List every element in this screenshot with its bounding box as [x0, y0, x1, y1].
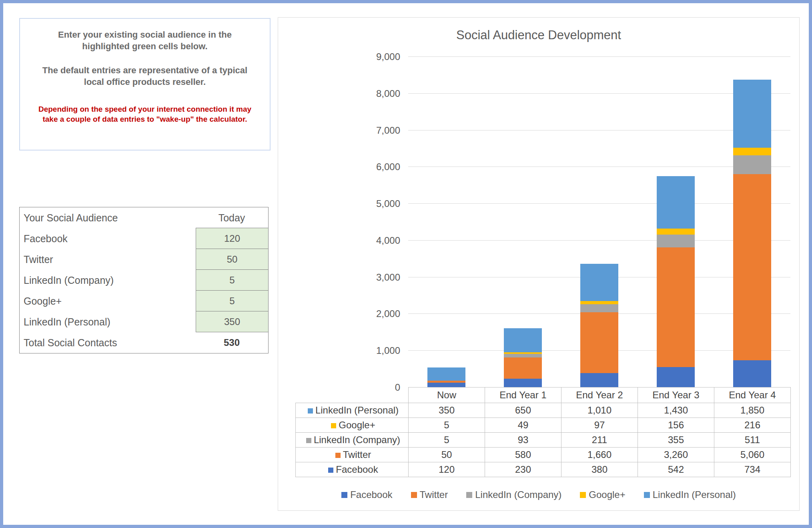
chart-table-value-cell: 1,010 — [561, 403, 638, 418]
chart-table-value-cell: 1,660 — [561, 448, 638, 462]
y-axis-tick-label: 6,000 — [348, 161, 400, 173]
chart-panel: Social Audience Development 9,0008,0007,… — [278, 17, 800, 511]
chart-table-row: LinkedIn (Company)593211355511 — [296, 433, 791, 448]
chart-table-row: Google+54997156216 — [296, 418, 791, 433]
audience-row: Twitter50 — [20, 249, 268, 270]
social-audience-table: Your Social Audience Today Facebook120Tw… — [19, 207, 269, 353]
audience-row: Facebook120 — [20, 228, 268, 249]
series-swatch-icon — [331, 423, 336, 428]
stacked-bar-end-year-2 — [580, 264, 618, 387]
audience-row: Google+5 — [20, 291, 268, 311]
legend-swatch-icon — [466, 492, 472, 498]
legend-item-linkedin-company-: LinkedIn (Company) — [466, 489, 561, 500]
legend-item-linkedin-personal-: LinkedIn (Personal) — [644, 489, 736, 500]
audience-input-cell[interactable]: 120 — [196, 228, 269, 249]
legend-item-twitter: Twitter — [411, 489, 448, 500]
chart-table-column-header: End Year 1 — [485, 387, 561, 403]
y-axis-tick-label: 2,000 — [348, 308, 400, 319]
chart-table-value-cell: 1,430 — [638, 403, 714, 418]
y-axis-tick-label: 8,000 — [348, 88, 400, 99]
legend-label: Twitter — [420, 489, 448, 500]
chart-table-value-cell: 5,060 — [714, 448, 791, 462]
audience-row-label: Facebook — [20, 228, 196, 249]
audience-table-rows: Facebook120Twitter50LinkedIn (Company)5G… — [20, 228, 268, 332]
legend-swatch-icon — [341, 492, 347, 498]
chart-table-corner-cell — [296, 387, 409, 403]
bar-segment-linkedin-company- — [504, 354, 542, 357]
calculator-page: Enter your existing social audience in t… — [0, 0, 812, 528]
legend-swatch-icon — [580, 492, 586, 498]
legend-swatch-icon — [411, 492, 417, 498]
instruction-box: Enter your existing social audience in t… — [19, 18, 271, 151]
audience-row-label: LinkedIn (Personal) — [20, 311, 196, 332]
bar-segment-linkedin-personal- — [504, 328, 542, 352]
legend-label: LinkedIn (Personal) — [653, 489, 736, 500]
chart-table-value-cell: 1,850 — [714, 403, 791, 418]
y-axis-tick-label: 9,000 — [348, 51, 400, 62]
stacked-bar-end-year-3 — [657, 176, 695, 387]
audience-input-cell[interactable]: 5 — [196, 269, 269, 291]
chart-table-value-cell: 355 — [638, 433, 714, 448]
audience-input-cell[interactable]: 350 — [196, 311, 269, 332]
audience-total-value: 530 — [195, 332, 268, 353]
chart-table-row-label: LinkedIn (Company) — [296, 433, 409, 448]
chart-table-row-label: Facebook — [296, 462, 409, 477]
stacked-bar-end-year-1 — [504, 328, 542, 387]
y-axis-tick-label: 7,000 — [348, 125, 400, 136]
chart-table-value-cell: 97 — [561, 418, 638, 433]
bar-segment-facebook — [657, 367, 695, 387]
bar-segment-linkedin-personal- — [580, 264, 618, 301]
chart-table-value-cell: 50 — [409, 448, 485, 462]
stacked-bar-now — [427, 367, 465, 387]
chart-table-value-cell: 216 — [714, 418, 791, 433]
bar-segment-twitter — [657, 247, 695, 367]
legend-swatch-icon — [644, 492, 650, 498]
stacked-bar-end-year-4 — [733, 80, 771, 387]
audience-total-label: Total Social Contacts — [20, 332, 195, 353]
y-axis-tick-label: 4,000 — [348, 235, 400, 246]
chart-table-value-cell: 542 — [638, 462, 714, 477]
bar-segment-google- — [580, 301, 618, 305]
instruction-warning: Depending on the speed of your internet … — [33, 104, 257, 124]
chart-table-value-cell: 93 — [485, 433, 561, 448]
chart-table-row: Facebook120230380542734 — [296, 462, 791, 477]
chart-table-value-cell: 380 — [561, 462, 638, 477]
series-swatch-icon — [328, 468, 333, 473]
chart-table-value-cell: 230 — [485, 462, 561, 477]
bar-segment-linkedin-company- — [657, 235, 695, 248]
chart-table-row-label: Google+ — [296, 418, 409, 433]
bar-segment-linkedin-company- — [580, 304, 618, 312]
chart-gridline: 9,000 — [408, 56, 790, 57]
chart-table-header-row: NowEnd Year 1End Year 2End Year 3End Yea… — [296, 387, 791, 403]
audience-total-row: Total Social Contacts 530 — [20, 332, 268, 353]
legend-item-facebook: Facebook — [341, 489, 392, 500]
y-axis-tick-label: 3,000 — [348, 272, 400, 283]
bar-segment-google- — [657, 229, 695, 234]
bar-segment-facebook — [427, 383, 465, 387]
audience-table-header-row: Your Social Audience Today — [20, 207, 268, 228]
legend-label: LinkedIn (Company) — [475, 489, 561, 500]
audience-input-cell[interactable]: 5 — [196, 290, 269, 311]
series-swatch-icon — [335, 453, 341, 458]
chart-table-value-cell: 49 — [485, 418, 561, 433]
chart-table-value-cell: 580 — [485, 448, 561, 462]
chart-table-value-cell: 120 — [409, 462, 485, 477]
bar-segment-facebook — [733, 360, 771, 387]
series-swatch-icon — [308, 408, 313, 414]
series-swatch-icon — [306, 438, 311, 443]
chart-table-row-label: LinkedIn (Personal) — [296, 403, 409, 418]
audience-input-cell[interactable]: 50 — [196, 249, 269, 270]
chart-table-value-cell: 5 — [409, 433, 485, 448]
bar-segment-twitter — [733, 174, 771, 360]
chart-table-row-label: Twitter — [296, 448, 409, 462]
legend-item-google-: Google+ — [580, 489, 625, 500]
legend-label: Facebook — [350, 489, 392, 500]
chart-table-value-cell: 156 — [638, 418, 714, 433]
audience-row: LinkedIn (Company)5 — [20, 270, 268, 291]
instruction-line-1: Enter your existing social audience in t… — [36, 29, 254, 52]
legend-label: Google+ — [589, 489, 625, 500]
bar-segment-twitter — [504, 357, 542, 379]
chart-plot: 9,0008,0007,0006,0005,0004,0003,0002,000… — [408, 56, 790, 387]
audience-table-title: Your Social Audience — [20, 207, 195, 228]
chart-table-row: Twitter505801,6603,2605,060 — [296, 448, 791, 462]
